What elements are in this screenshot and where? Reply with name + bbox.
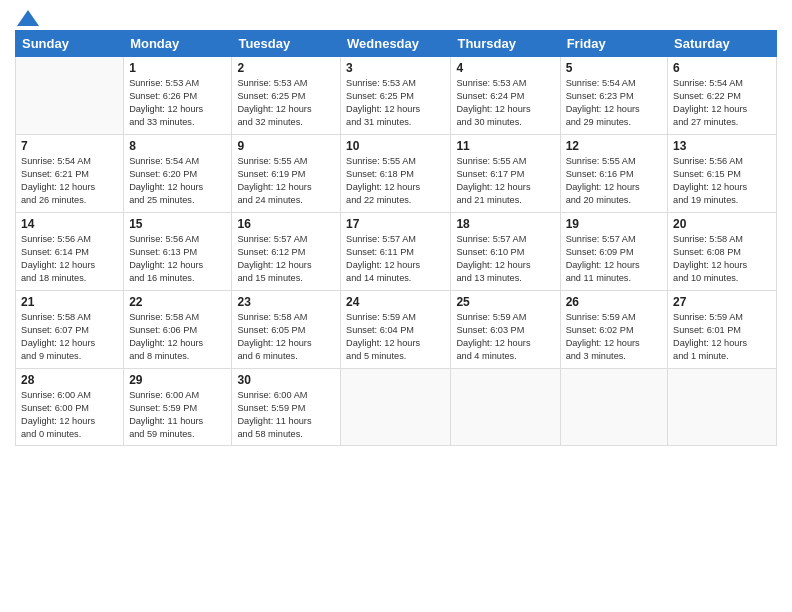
day-number: 9 bbox=[237, 139, 335, 153]
day-number: 12 bbox=[566, 139, 662, 153]
col-saturday: Saturday bbox=[668, 31, 777, 57]
calendar-header-row: Sunday Monday Tuesday Wednesday Thursday… bbox=[16, 31, 777, 57]
day-number: 30 bbox=[237, 373, 335, 387]
day-info: Sunrise: 5:55 AM Sunset: 6:18 PM Dayligh… bbox=[346, 155, 445, 207]
day-number: 24 bbox=[346, 295, 445, 309]
table-row: 16Sunrise: 5:57 AM Sunset: 6:12 PM Dayli… bbox=[232, 213, 341, 291]
day-number: 20 bbox=[673, 217, 771, 231]
calendar-week-row: 7Sunrise: 5:54 AM Sunset: 6:21 PM Daylig… bbox=[16, 135, 777, 213]
day-info: Sunrise: 5:55 AM Sunset: 6:17 PM Dayligh… bbox=[456, 155, 554, 207]
table-row: 19Sunrise: 5:57 AM Sunset: 6:09 PM Dayli… bbox=[560, 213, 667, 291]
day-number: 26 bbox=[566, 295, 662, 309]
day-info: Sunrise: 5:53 AM Sunset: 6:25 PM Dayligh… bbox=[346, 77, 445, 129]
col-sunday: Sunday bbox=[16, 31, 124, 57]
day-info: Sunrise: 5:57 AM Sunset: 6:12 PM Dayligh… bbox=[237, 233, 335, 285]
table-row: 25Sunrise: 5:59 AM Sunset: 6:03 PM Dayli… bbox=[451, 291, 560, 369]
calendar-week-row: 21Sunrise: 5:58 AM Sunset: 6:07 PM Dayli… bbox=[16, 291, 777, 369]
table-row: 21Sunrise: 5:58 AM Sunset: 6:07 PM Dayli… bbox=[16, 291, 124, 369]
table-row: 6Sunrise: 5:54 AM Sunset: 6:22 PM Daylig… bbox=[668, 57, 777, 135]
table-row bbox=[451, 369, 560, 446]
logo bbox=[15, 10, 39, 22]
day-number: 16 bbox=[237, 217, 335, 231]
table-row: 30Sunrise: 6:00 AM Sunset: 5:59 PM Dayli… bbox=[232, 369, 341, 446]
calendar-week-row: 14Sunrise: 5:56 AM Sunset: 6:14 PM Dayli… bbox=[16, 213, 777, 291]
day-number: 5 bbox=[566, 61, 662, 75]
day-info: Sunrise: 5:59 AM Sunset: 6:01 PM Dayligh… bbox=[673, 311, 771, 363]
day-number: 1 bbox=[129, 61, 226, 75]
table-row: 29Sunrise: 6:00 AM Sunset: 5:59 PM Dayli… bbox=[124, 369, 232, 446]
table-row: 2Sunrise: 5:53 AM Sunset: 6:25 PM Daylig… bbox=[232, 57, 341, 135]
table-row: 7Sunrise: 5:54 AM Sunset: 6:21 PM Daylig… bbox=[16, 135, 124, 213]
table-row: 10Sunrise: 5:55 AM Sunset: 6:18 PM Dayli… bbox=[341, 135, 451, 213]
day-info: Sunrise: 5:56 AM Sunset: 6:14 PM Dayligh… bbox=[21, 233, 118, 285]
table-row bbox=[16, 57, 124, 135]
day-number: 13 bbox=[673, 139, 771, 153]
col-tuesday: Tuesday bbox=[232, 31, 341, 57]
day-info: Sunrise: 5:53 AM Sunset: 6:24 PM Dayligh… bbox=[456, 77, 554, 129]
calendar-week-row: 28Sunrise: 6:00 AM Sunset: 6:00 PM Dayli… bbox=[16, 369, 777, 446]
table-row bbox=[560, 369, 667, 446]
table-row: 14Sunrise: 5:56 AM Sunset: 6:14 PM Dayli… bbox=[16, 213, 124, 291]
table-row: 9Sunrise: 5:55 AM Sunset: 6:19 PM Daylig… bbox=[232, 135, 341, 213]
table-row: 11Sunrise: 5:55 AM Sunset: 6:17 PM Dayli… bbox=[451, 135, 560, 213]
day-number: 27 bbox=[673, 295, 771, 309]
col-friday: Friday bbox=[560, 31, 667, 57]
day-info: Sunrise: 5:57 AM Sunset: 6:11 PM Dayligh… bbox=[346, 233, 445, 285]
col-wednesday: Wednesday bbox=[341, 31, 451, 57]
day-info: Sunrise: 5:59 AM Sunset: 6:02 PM Dayligh… bbox=[566, 311, 662, 363]
day-number: 14 bbox=[21, 217, 118, 231]
day-info: Sunrise: 6:00 AM Sunset: 5:59 PM Dayligh… bbox=[129, 389, 226, 441]
day-info: Sunrise: 5:58 AM Sunset: 6:06 PM Dayligh… bbox=[129, 311, 226, 363]
day-number: 28 bbox=[21, 373, 118, 387]
table-row: 23Sunrise: 5:58 AM Sunset: 6:05 PM Dayli… bbox=[232, 291, 341, 369]
day-info: Sunrise: 5:58 AM Sunset: 6:07 PM Dayligh… bbox=[21, 311, 118, 363]
day-info: Sunrise: 6:00 AM Sunset: 5:59 PM Dayligh… bbox=[237, 389, 335, 441]
day-info: Sunrise: 5:54 AM Sunset: 6:20 PM Dayligh… bbox=[129, 155, 226, 207]
day-number: 4 bbox=[456, 61, 554, 75]
table-row: 28Sunrise: 6:00 AM Sunset: 6:00 PM Dayli… bbox=[16, 369, 124, 446]
day-number: 18 bbox=[456, 217, 554, 231]
day-number: 7 bbox=[21, 139, 118, 153]
col-monday: Monday bbox=[124, 31, 232, 57]
table-row: 17Sunrise: 5:57 AM Sunset: 6:11 PM Dayli… bbox=[341, 213, 451, 291]
table-row: 12Sunrise: 5:55 AM Sunset: 6:16 PM Dayli… bbox=[560, 135, 667, 213]
day-number: 21 bbox=[21, 295, 118, 309]
table-row: 4Sunrise: 5:53 AM Sunset: 6:24 PM Daylig… bbox=[451, 57, 560, 135]
table-row bbox=[341, 369, 451, 446]
day-info: Sunrise: 5:57 AM Sunset: 6:09 PM Dayligh… bbox=[566, 233, 662, 285]
day-info: Sunrise: 5:54 AM Sunset: 6:21 PM Dayligh… bbox=[21, 155, 118, 207]
table-row: 18Sunrise: 5:57 AM Sunset: 6:10 PM Dayli… bbox=[451, 213, 560, 291]
page: Sunday Monday Tuesday Wednesday Thursday… bbox=[0, 0, 792, 612]
day-info: Sunrise: 5:54 AM Sunset: 6:22 PM Dayligh… bbox=[673, 77, 771, 129]
day-info: Sunrise: 5:53 AM Sunset: 6:26 PM Dayligh… bbox=[129, 77, 226, 129]
table-row: 1Sunrise: 5:53 AM Sunset: 6:26 PM Daylig… bbox=[124, 57, 232, 135]
table-row: 8Sunrise: 5:54 AM Sunset: 6:20 PM Daylig… bbox=[124, 135, 232, 213]
day-number: 17 bbox=[346, 217, 445, 231]
calendar-table: Sunday Monday Tuesday Wednesday Thursday… bbox=[15, 30, 777, 446]
day-info: Sunrise: 5:57 AM Sunset: 6:10 PM Dayligh… bbox=[456, 233, 554, 285]
calendar-week-row: 1Sunrise: 5:53 AM Sunset: 6:26 PM Daylig… bbox=[16, 57, 777, 135]
logo-icon bbox=[17, 10, 39, 26]
day-info: Sunrise: 5:59 AM Sunset: 6:04 PM Dayligh… bbox=[346, 311, 445, 363]
day-info: Sunrise: 6:00 AM Sunset: 6:00 PM Dayligh… bbox=[21, 389, 118, 441]
header bbox=[15, 10, 777, 22]
table-row: 22Sunrise: 5:58 AM Sunset: 6:06 PM Dayli… bbox=[124, 291, 232, 369]
table-row: 27Sunrise: 5:59 AM Sunset: 6:01 PM Dayli… bbox=[668, 291, 777, 369]
table-row: 3Sunrise: 5:53 AM Sunset: 6:25 PM Daylig… bbox=[341, 57, 451, 135]
day-info: Sunrise: 5:54 AM Sunset: 6:23 PM Dayligh… bbox=[566, 77, 662, 129]
table-row: 26Sunrise: 5:59 AM Sunset: 6:02 PM Dayli… bbox=[560, 291, 667, 369]
table-row: 20Sunrise: 5:58 AM Sunset: 6:08 PM Dayli… bbox=[668, 213, 777, 291]
table-row: 24Sunrise: 5:59 AM Sunset: 6:04 PM Dayli… bbox=[341, 291, 451, 369]
day-number: 8 bbox=[129, 139, 226, 153]
table-row: 13Sunrise: 5:56 AM Sunset: 6:15 PM Dayli… bbox=[668, 135, 777, 213]
day-number: 29 bbox=[129, 373, 226, 387]
day-number: 3 bbox=[346, 61, 445, 75]
day-number: 2 bbox=[237, 61, 335, 75]
table-row: 15Sunrise: 5:56 AM Sunset: 6:13 PM Dayli… bbox=[124, 213, 232, 291]
day-number: 6 bbox=[673, 61, 771, 75]
day-info: Sunrise: 5:53 AM Sunset: 6:25 PM Dayligh… bbox=[237, 77, 335, 129]
day-number: 19 bbox=[566, 217, 662, 231]
table-row bbox=[668, 369, 777, 446]
day-info: Sunrise: 5:58 AM Sunset: 6:08 PM Dayligh… bbox=[673, 233, 771, 285]
day-number: 22 bbox=[129, 295, 226, 309]
